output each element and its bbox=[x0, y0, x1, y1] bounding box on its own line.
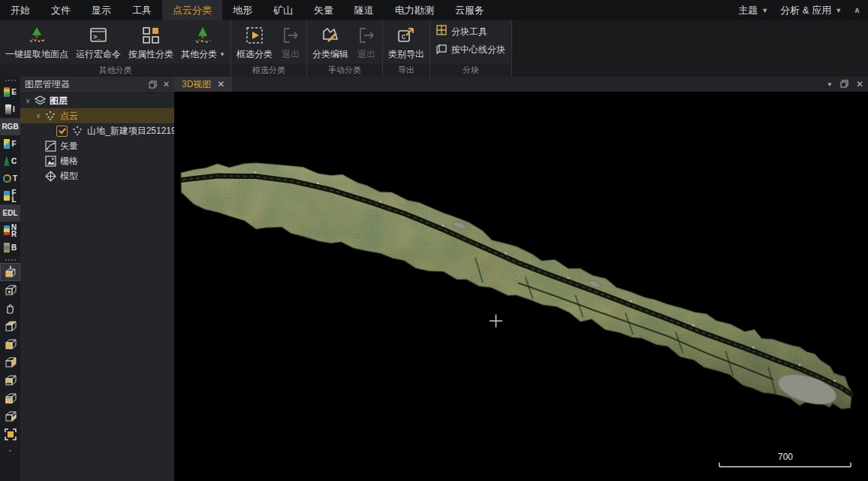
tile-tool-button[interactable]: 分块工具 bbox=[436, 25, 505, 38]
view-left-tool[interactable] bbox=[0, 353, 20, 371]
extract-ground-button[interactable]: 一键提取地面点 bbox=[2, 22, 72, 64]
view-front-tool[interactable] bbox=[0, 389, 20, 407]
svg-text:>_: >_ bbox=[93, 33, 101, 41]
viewport-tab-bar: 3D视图 ✕ ▼ ✕ bbox=[174, 77, 868, 92]
visibility-checkbox[interactable] bbox=[56, 126, 68, 137]
clock-icon bbox=[3, 174, 11, 183]
restore-window-icon[interactable] bbox=[840, 77, 848, 91]
hand-icon bbox=[4, 302, 17, 315]
float-panel-icon[interactable] bbox=[149, 80, 157, 89]
menu-tab-cloud-services[interactable]: 云服务 bbox=[445, 0, 495, 20]
svg-text:c: c bbox=[402, 32, 405, 41]
exit-classify-edit-button[interactable]: 退出 bbox=[352, 22, 381, 64]
tree-node-vector[interactable]: 矢量 bbox=[20, 138, 174, 153]
display-mode-feature[interactable]: F bbox=[0, 135, 20, 153]
tab-list-chevron-icon[interactable]: ▼ bbox=[827, 81, 833, 88]
display-mode-flightline[interactable]: F L bbox=[0, 187, 20, 204]
display-mode-elevation[interactable]: E bbox=[0, 83, 20, 101]
tree-node-raster[interactable]: 栅格 bbox=[20, 153, 174, 168]
collapse-ribbon-button[interactable]: ∧ bbox=[854, 5, 860, 15]
display-mode-gpstime[interactable]: T bbox=[0, 170, 20, 187]
ground-extract-icon bbox=[26, 25, 47, 46]
category-export-button[interactable]: c 类别导出 bbox=[384, 22, 428, 64]
classify-edit-button[interactable]: 分类编辑 bbox=[309, 22, 352, 64]
close-icon[interactable]: ✕ bbox=[163, 80, 170, 89]
exit-box-select-button[interactable]: 退出 bbox=[276, 22, 305, 64]
layer-manager-panel: 图层管理器 ✕ ∨ 图层 ∨ 点云 bbox=[20, 77, 175, 481]
point-cloud-strip bbox=[181, 163, 851, 410]
display-mode-return-number[interactable]: N R bbox=[0, 222, 20, 239]
zoom-extent-tool[interactable] bbox=[0, 425, 20, 443]
flightline-ramp-icon bbox=[4, 191, 10, 201]
view-bottom-tool[interactable] bbox=[0, 335, 20, 353]
ribbon: 一键提取地面点 >_ 运行宏命令 bbox=[0, 20, 868, 77]
display-mode-blend[interactable]: B bbox=[0, 239, 20, 256]
dice-cube-tool[interactable] bbox=[0, 281, 20, 299]
point-cloud-icon bbox=[71, 125, 83, 137]
menu-tab-tunnel[interactable]: 隧道 bbox=[344, 0, 384, 20]
panel-title: 图层管理器 bbox=[25, 78, 70, 91]
display-mode-rgb[interactable]: RGB bbox=[0, 118, 20, 135]
ribbon-group-other-classify: 一键提取地面点 >_ 运行宏命令 bbox=[0, 20, 231, 77]
menu-tab-mining[interactable]: 矿山 bbox=[263, 0, 303, 20]
box-select-classify-button[interactable]: 框选分类 bbox=[233, 22, 276, 64]
menu-tab-start[interactable]: 开始 bbox=[0, 0, 41, 20]
exit-icon bbox=[280, 25, 301, 46]
ribbon-group-manual-classify: 分类编辑 退出 手动分类 bbox=[307, 20, 383, 77]
menu-tab-terrain[interactable]: 地形 bbox=[222, 0, 263, 20]
scale-bar-label: 700 bbox=[778, 452, 793, 462]
menu-tab-pointcloud-classify[interactable]: 点云分类 bbox=[162, 0, 222, 20]
close-icon[interactable]: ✕ bbox=[217, 79, 225, 89]
tile-by-centerline-button[interactable]: 按中心线分块 bbox=[436, 43, 505, 56]
model-layer-icon bbox=[44, 170, 56, 182]
blend-ramp-icon bbox=[4, 243, 10, 253]
chevron-down-icon: ▼ bbox=[761, 7, 768, 14]
display-mode-classification[interactable]: C bbox=[0, 153, 20, 170]
tree-node-pointcloud-item[interactable]: 山地_新建项目2512193 bbox=[20, 123, 174, 138]
scale-bar: 700 bbox=[719, 452, 851, 467]
ribbon-group-box-select-classify: 框选分类 退出 框选分类 bbox=[231, 20, 307, 77]
display-mode-edl[interactable]: EDL bbox=[0, 204, 20, 222]
display-mode-intensity[interactable]: I bbox=[0, 101, 20, 118]
view-right-tool[interactable] bbox=[0, 371, 20, 389]
classify-by-attribute-button[interactable]: 按属性分类 bbox=[125, 22, 177, 64]
menu-tab-power-survey[interactable]: 电力勘测 bbox=[384, 0, 445, 20]
other-classify-icon bbox=[192, 25, 213, 46]
analysis-apps-menu[interactable]: 分析 & 应用▼ bbox=[780, 4, 842, 17]
tree-icon bbox=[4, 156, 10, 166]
expand-caret-icon[interactable]: ∨ bbox=[34, 112, 43, 119]
render-mode-toolbar: E I RGB F C T F L EDL N R B bbox=[0, 77, 21, 481]
menu-tab-display[interactable]: 显示 bbox=[81, 0, 122, 20]
feature-ramp-icon bbox=[4, 139, 10, 149]
more-tools-chevron[interactable]: ⌄ bbox=[7, 445, 13, 453]
intensity-ramp-icon bbox=[5, 104, 11, 114]
classify-edit-icon bbox=[320, 25, 341, 46]
close-icon[interactable]: ✕ bbox=[856, 79, 863, 89]
view-top-tool[interactable] bbox=[0, 317, 20, 335]
3d-viewport-canvas[interactable]: 700 bbox=[174, 92, 868, 481]
tile-grid-icon bbox=[436, 25, 448, 38]
run-macro-button[interactable]: >_ 运行宏命令 bbox=[72, 22, 125, 64]
raster-layer-icon bbox=[44, 155, 56, 167]
chevron-down-icon: ▼ bbox=[219, 51, 225, 58]
tree-node-model[interactable]: 模型 bbox=[20, 168, 174, 183]
menu-tab-tools[interactable]: 工具 bbox=[122, 0, 162, 20]
tree-node-pointcloud-group[interactable]: ∨ 点云 bbox=[20, 108, 174, 123]
exit-icon bbox=[356, 25, 377, 46]
menu-tab-vector[interactable]: 矢量 bbox=[303, 0, 344, 20]
return-ramp-icon bbox=[4, 225, 10, 235]
view-back-tool[interactable] bbox=[0, 407, 20, 425]
menu-tab-file[interactable]: 文件 bbox=[41, 0, 81, 20]
pick-point-tool[interactable] bbox=[0, 263, 20, 281]
elevation-ramp-icon bbox=[4, 87, 10, 97]
ribbon-group-tiling: 分块工具 按中心线分块 分块 bbox=[430, 20, 512, 77]
pan-tool[interactable] bbox=[0, 299, 20, 317]
drag-handle[interactable] bbox=[5, 80, 16, 81]
tree-node-layers[interactable]: ∨ 图层 bbox=[20, 93, 174, 108]
macro-console-icon: >_ bbox=[88, 25, 109, 46]
section-divider bbox=[5, 259, 16, 261]
expand-caret-icon[interactable]: ∨ bbox=[23, 97, 32, 104]
tab-3d-view[interactable]: 3D视图 ✕ bbox=[174, 77, 232, 92]
other-classify-button[interactable]: 其他分类▼ bbox=[177, 22, 229, 64]
theme-menu[interactable]: 主题▼ bbox=[738, 4, 768, 17]
